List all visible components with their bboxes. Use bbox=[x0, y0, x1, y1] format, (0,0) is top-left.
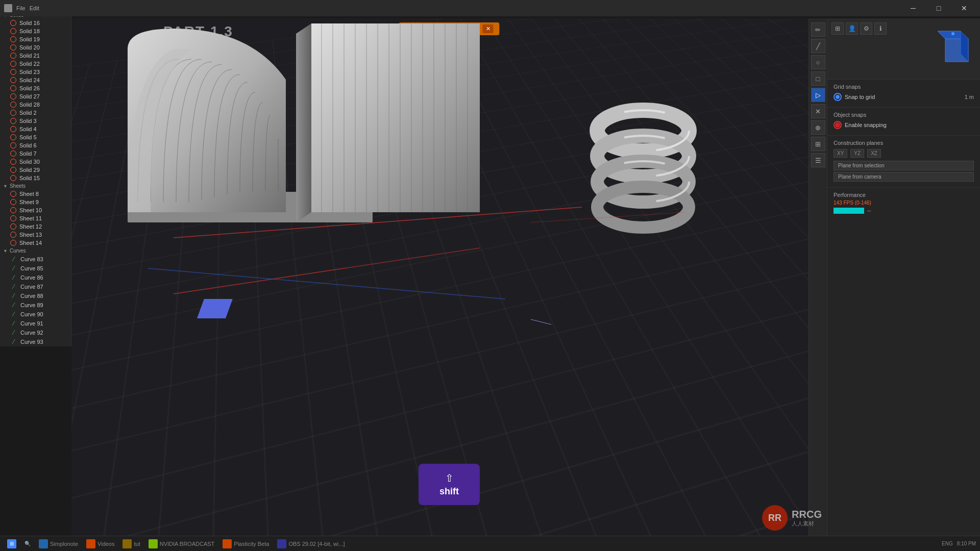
taskbar-app-obs[interactable]: OBS 29.02 [4-bit, wi...] bbox=[274, 536, 348, 551]
sidebar-item-solid26[interactable]: Solid 26 bbox=[0, 84, 71, 92]
curve-icon bbox=[10, 302, 17, 309]
sidebar-item-solid23[interactable]: Solid 23 bbox=[0, 68, 71, 76]
snap-toggle[interactable] bbox=[834, 93, 842, 101]
obs-icon bbox=[277, 539, 286, 548]
sidebar-item-curve93[interactable]: Curve 93 bbox=[0, 337, 71, 346]
sidebar-item-solid22[interactable]: Solid 22 bbox=[0, 60, 71, 68]
perf-minus-icon[interactable]: ─ bbox=[867, 208, 871, 214]
solid-icon bbox=[10, 142, 16, 148]
plane-from-camera-button[interactable]: Plane from camera bbox=[834, 172, 974, 182]
sidebar-item-solid6[interactable]: Solid 6 bbox=[0, 141, 71, 149]
sidebar-item-solid19[interactable]: Solid 19 bbox=[0, 35, 71, 43]
nav-cube[interactable] bbox=[935, 29, 976, 69]
sidebar-item-solid5[interactable]: Solid 5 bbox=[0, 133, 71, 141]
sidebar-item-solid27[interactable]: Solid 27 bbox=[0, 92, 71, 101]
systray-time: 8:10 PM bbox=[957, 541, 976, 546]
sidebar-item-curve91[interactable]: Curve 91 bbox=[0, 319, 71, 328]
object-snap-toggle[interactable] bbox=[834, 121, 842, 129]
square-tool-button[interactable]: □ bbox=[811, 71, 825, 86]
measure-button[interactable]: ⊞ bbox=[811, 137, 825, 151]
watermark-brand: RRCG bbox=[792, 509, 822, 520]
sidebar-item-solid4[interactable]: Solid 4 bbox=[0, 125, 71, 133]
sidebar-item-curve87[interactable]: Curve 87 bbox=[0, 282, 71, 291]
settings-button[interactable]: ⚙ bbox=[860, 22, 872, 35]
solid-icon bbox=[10, 85, 16, 91]
snap-to-grid-label: Snap to grid bbox=[845, 94, 875, 100]
sidebar-item-sheet11[interactable]: Sheet 11 bbox=[0, 214, 71, 222]
plane-from-selection-button[interactable]: Plane from selection bbox=[834, 161, 974, 170]
close-button[interactable]: ✕ bbox=[952, 0, 976, 16]
person-view-button[interactable]: 👤 bbox=[846, 22, 858, 35]
sidebar-item-solid15[interactable]: Solid 15 bbox=[0, 174, 71, 182]
sidebar-item-curve85[interactable]: Curve 85 bbox=[0, 264, 71, 273]
sidebar: ▼ Group 1 ▼ Solids Solid 16 Solid 18 Sol… bbox=[0, 0, 71, 346]
maximize-button[interactable]: □ bbox=[927, 0, 950, 16]
sidebar-item-curve92[interactable]: Curve 92 bbox=[0, 328, 71, 337]
solid-icon bbox=[10, 167, 16, 173]
sidebar-item-sheet13[interactable]: Sheet 13 bbox=[0, 231, 71, 239]
construction-planes-title: Construction planes bbox=[834, 140, 974, 146]
grid-snaps-section: Grid snaps Snap to grid 1 m bbox=[827, 80, 980, 108]
sidebar-item-sheet10[interactable]: Sheet 10 bbox=[0, 206, 71, 214]
sidebar-item-sheet9[interactable]: Sheet 9 bbox=[0, 198, 71, 206]
taskbar-app-plasticity[interactable]: Plasticity Beta bbox=[219, 536, 272, 551]
sidebar-item-curve88[interactable]: Curve 88 bbox=[0, 291, 71, 300]
circle-tool-button[interactable]: ○ bbox=[811, 55, 825, 69]
taskbar-app-tut[interactable]: tut bbox=[119, 536, 143, 551]
sidebar-item-solid18[interactable]: Solid 18 bbox=[0, 27, 71, 35]
layers-button[interactable]: ☰ bbox=[811, 153, 825, 167]
minimize-button[interactable]: ─ bbox=[901, 0, 925, 16]
sidebar-item-solid20[interactable]: Solid 20 bbox=[0, 43, 71, 52]
object-snaps-section: Object snaps Enable snapping bbox=[827, 108, 980, 136]
sidebar-item-sheet14[interactable]: Sheet 14 bbox=[0, 239, 71, 247]
info-button[interactable]: ℹ bbox=[874, 22, 887, 35]
solid-icon bbox=[10, 36, 16, 42]
sidebar-item-sheet8[interactable]: Sheet 8 bbox=[0, 190, 71, 198]
status-bar: ⊞ 🔍 Simplonote Videos tut NVIDIA BROADCA… bbox=[0, 536, 980, 551]
grid-view-button[interactable]: ⊞ bbox=[831, 22, 844, 35]
section-curves[interactable]: ▼ Curves bbox=[0, 247, 71, 255]
sheet-icon bbox=[10, 207, 16, 213]
sidebar-item-solid30[interactable]: Solid 30 bbox=[0, 158, 71, 166]
sidebar-item-solid3[interactable]: Solid 3 bbox=[0, 117, 71, 125]
sidebar-item-sheet12[interactable]: Sheet 12 bbox=[0, 222, 71, 231]
taskbar-app-videos[interactable]: Videos bbox=[83, 536, 117, 551]
viewport[interactable]: PART 1.3 Temporary construction plane ✕ bbox=[71, 18, 827, 536]
line-tool-button[interactable]: ╱ bbox=[811, 39, 825, 53]
pencil-tool-button[interactable]: ✏ bbox=[811, 22, 825, 37]
transform-button[interactable]: ✕ bbox=[811, 104, 825, 118]
taskbar-app-nvidia[interactable]: NVIDIA BROADCAST bbox=[145, 536, 218, 551]
app-menu-edit[interactable]: Edit bbox=[30, 5, 39, 11]
performance-section: Performance 143 FPS (0-146) ─ bbox=[827, 188, 980, 218]
sidebar-item-solid7[interactable]: Solid 7 bbox=[0, 149, 71, 158]
start-button[interactable]: ⊞ bbox=[4, 536, 19, 551]
section-sheets[interactable]: ▼ Sheets bbox=[0, 182, 71, 190]
sidebar-item-curve86[interactable]: Curve 86 bbox=[0, 273, 71, 282]
taskbar-app-simplonote[interactable]: Simplonote bbox=[36, 536, 81, 551]
sidebar-item-solid29[interactable]: Solid 29 bbox=[0, 166, 71, 174]
nav-cube-svg bbox=[935, 29, 976, 69]
sidebar-item-solid2[interactable]: Solid 2 bbox=[0, 109, 71, 117]
solid-icon bbox=[10, 159, 16, 165]
snap-button[interactable]: ⊕ bbox=[811, 120, 825, 135]
watermark-logo: RR bbox=[762, 505, 788, 531]
sidebar-item-solid16[interactable]: Solid 16 bbox=[0, 19, 71, 27]
cp-xz-button[interactable]: XZ bbox=[867, 149, 881, 158]
section-curves-label: Curves bbox=[10, 248, 26, 254]
solid-icon bbox=[10, 134, 16, 140]
app-menu-file[interactable]: File bbox=[16, 5, 26, 11]
sidebar-item-curve89[interactable]: Curve 89 bbox=[0, 300, 71, 310]
sidebar-item-solid24[interactable]: Solid 24 bbox=[0, 76, 71, 84]
cp-xy-button[interactable]: XY bbox=[834, 149, 847, 158]
search-taskbar[interactable]: 🔍 bbox=[21, 536, 34, 551]
sidebar-item-solid28[interactable]: Solid 28 bbox=[0, 101, 71, 109]
cp-axes: XY YZ XZ bbox=[834, 149, 974, 158]
sidebar-item-solid21[interactable]: Solid 21 bbox=[0, 52, 71, 60]
windows-icon: ⊞ bbox=[7, 539, 16, 548]
sidebar-item-curve90[interactable]: Curve 90 bbox=[0, 310, 71, 319]
section-sheets-label: Sheets bbox=[10, 183, 26, 189]
cp-yz-button[interactable]: YZ bbox=[850, 149, 864, 158]
sidebar-item-curve83[interactable]: Curve 83 bbox=[0, 255, 71, 264]
selection-button[interactable]: ▷ bbox=[811, 88, 825, 102]
perf-bar-fill bbox=[834, 208, 864, 214]
